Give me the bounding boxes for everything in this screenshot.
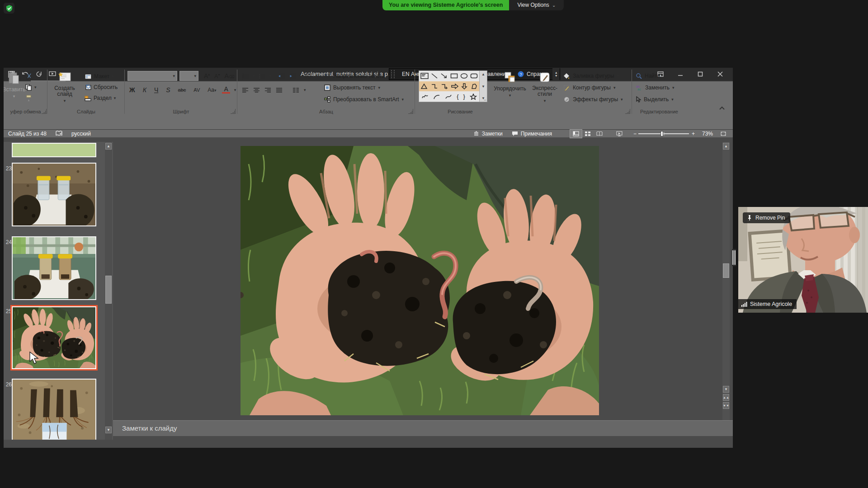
bold-button[interactable]: Ж	[127, 86, 137, 94]
slide-thumbnail-25-selected[interactable]	[10, 305, 98, 371]
reset-button[interactable]: Сбросить	[85, 82, 118, 92]
decrease-font-button[interactable]: A▾	[212, 73, 222, 80]
paragraph-dialog-launcher[interactable]	[408, 109, 413, 114]
clipboard-dialog-launcher[interactable]	[42, 109, 47, 114]
shape-star-icon[interactable]	[470, 94, 477, 100]
select-button[interactable]: Выделить▾	[636, 95, 674, 104]
shape-rectangle-icon[interactable]	[450, 73, 458, 79]
paste-button[interactable]: Вставить▾	[4, 70, 27, 107]
zoom-out-button[interactable]: −	[632, 130, 638, 138]
quick-styles-button[interactable]: Экспресс-стили▾	[529, 70, 561, 107]
underline-button[interactable]: Ч	[152, 86, 160, 94]
copy-button[interactable]: ▾	[25, 82, 37, 92]
gallery-more-icon[interactable]: ▼̲	[481, 96, 485, 100]
font-size-select[interactable]: ▾	[179, 71, 198, 81]
scrollbar-thumb[interactable]	[723, 263, 729, 278]
scrollbar-thumb[interactable]	[105, 276, 112, 304]
thumbnails-scrollbar[interactable]: ▲ ▼	[105, 142, 112, 440]
align-center-icon[interactable]	[253, 87, 260, 93]
slide-thumbnail-partial[interactable]	[12, 143, 96, 157]
shape-arc-icon[interactable]	[433, 94, 440, 100]
font-dialog-launcher[interactable]	[231, 109, 236, 114]
shape-effects-button[interactable]: Эффекты фигуры▾	[563, 95, 623, 104]
slide-scrollbar[interactable]: ▲ ▼ ▲▲ ▼▼	[722, 142, 730, 420]
shape-line-icon[interactable]	[431, 73, 438, 79]
shape-elbow-icon[interactable]	[431, 83, 438, 89]
gallery-down-icon[interactable]: ▼	[481, 84, 485, 89]
increase-indent-icon[interactable]	[289, 73, 297, 79]
shape-freeform-icon[interactable]	[471, 83, 478, 89]
shape-arrow-icon[interactable]	[440, 73, 448, 79]
view-options-menu[interactable]: View Options⌄	[509, 0, 564, 10]
align-right-icon[interactable]	[264, 87, 271, 93]
italic-button[interactable]: К	[141, 86, 148, 94]
character-spacing-button[interactable]: AV	[192, 87, 202, 93]
shape-fill-button[interactable]: Заливка фигуры▾	[563, 71, 619, 80]
slide-sorter-view-button[interactable]	[582, 130, 594, 138]
align-left-icon[interactable]	[242, 87, 249, 93]
previous-slide-button[interactable]: ▲▲	[723, 394, 729, 401]
decrease-indent-icon[interactable]	[278, 73, 286, 79]
font-name-select[interactable]: ▾	[127, 71, 177, 81]
columns-icon[interactable]	[292, 87, 299, 93]
scroll-down-button[interactable]: ▼	[723, 386, 729, 393]
increase-font-button[interactable]: A▴	[202, 72, 212, 80]
scroll-up-button[interactable]: ▲	[723, 143, 729, 150]
numbering-icon[interactable]	[259, 73, 266, 79]
drawing-dialog-launcher[interactable]	[625, 109, 630, 114]
remove-pin-button[interactable]: Remove Pin	[743, 212, 790, 223]
spellcheck-button[interactable]	[51, 130, 67, 138]
justify-icon[interactable]	[276, 87, 283, 93]
section-button[interactable]: Раздел▾	[85, 93, 116, 103]
shape-outline-button[interactable]: Контур фигуры▾	[563, 83, 615, 92]
scroll-down-button[interactable]: ▼	[105, 427, 112, 433]
shape-curve-icon[interactable]	[445, 94, 452, 100]
zoom-slider[interactable]	[638, 130, 689, 138]
zoom-in-button[interactable]: +	[689, 130, 698, 138]
slide-counter[interactable]: Слайд 25 из 48	[4, 130, 51, 138]
slideshow-view-button[interactable]	[613, 130, 625, 138]
text-direction-button[interactable]: Направление текста▾	[324, 71, 389, 80]
shape-right-arrow-icon[interactable]	[451, 83, 458, 89]
align-text-button[interactable]: Выровнять текст▾	[324, 83, 380, 92]
format-painter-button[interactable]	[25, 93, 32, 103]
webcam-video[interactable]: Remove Pin Sisteme Agricole	[738, 207, 868, 313]
video-panel-handle[interactable]	[732, 249, 736, 266]
shapes-gallery[interactable]: { } ▲ ▼ ▼̲	[419, 70, 487, 102]
line-spacing-icon[interactable]	[305, 73, 312, 79]
shape-left-brace-icon[interactable]: {	[457, 93, 458, 100]
gallery-up-icon[interactable]: ▲	[481, 72, 485, 76]
shape-triangle-icon[interactable]	[420, 83, 428, 89]
replace-button[interactable]: abac Заменить▾	[636, 83, 674, 92]
text-shadow-button[interactable]: S	[164, 86, 172, 94]
slide-thumbnail-26[interactable]	[12, 379, 96, 440]
font-color-button[interactable]: A	[222, 86, 230, 94]
slide-thumbnail-23[interactable]	[12, 163, 96, 226]
bullets-icon[interactable]	[242, 73, 249, 79]
current-slide[interactable]	[241, 146, 599, 415]
close-button[interactable]	[710, 68, 730, 80]
scroll-up-button[interactable]: ▲	[105, 143, 112, 150]
collapse-ribbon-button[interactable]	[719, 106, 725, 110]
shape-oval-icon[interactable]	[460, 73, 468, 79]
fit-to-window-button[interactable]	[717, 130, 729, 138]
normal-view-button[interactable]	[570, 130, 582, 138]
shape-elbow-arrow-icon[interactable]	[441, 83, 448, 89]
convert-smartart-button[interactable]: Преобразовать в SmartArt▾	[324, 95, 404, 104]
notes-toggle-button[interactable]: Заметки	[469, 130, 507, 138]
maximize-button[interactable]	[690, 68, 710, 80]
arrange-button[interactable]: Упорядочить▾	[492, 70, 528, 107]
notes-pane[interactable]: Заметки к слайду	[113, 420, 733, 436]
change-case-button[interactable]: Aa▾	[206, 87, 218, 93]
clear-formatting-button[interactable]: A⌫	[222, 72, 236, 80]
find-button[interactable]: Найти	[636, 71, 660, 80]
next-slide-button[interactable]: ▼▼	[723, 402, 729, 409]
cut-button[interactable]	[25, 71, 33, 81]
zoom-percent[interactable]: 73%	[698, 130, 717, 138]
language-status[interactable]: русский	[67, 130, 95, 138]
slide-thumbnail-24[interactable]	[12, 236, 96, 300]
new-slide-button[interactable]: Создать слайд▾	[50, 70, 79, 107]
shape-right-brace-icon[interactable]: }	[463, 93, 465, 100]
layout-button[interactable]: Макет▾	[85, 71, 114, 81]
zoom-slider-thumb[interactable]	[660, 131, 663, 136]
